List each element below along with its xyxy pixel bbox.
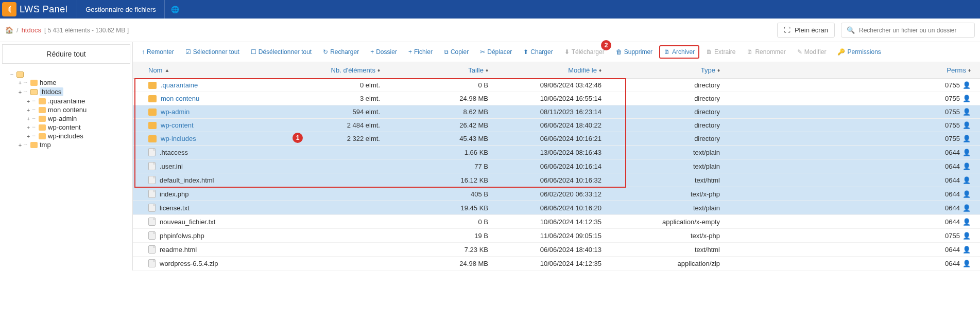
dossier-button[interactable]: +Dossier [366,45,402,59]
tree-toggle[interactable]: + [26,98,31,104]
col-header-size[interactable]: Taille♦ [380,66,488,74]
table-row[interactable]: wp-content2 484 elmt.26.42 MB06/06/2024 … [133,119,980,132]
tree-toggle[interactable]: − [9,71,14,78]
table-row[interactable]: mon contenu3 elmt.24.98 MB10/06/2024 16:… [133,92,980,105]
remonter-button[interactable]: ↑Remonter [137,45,179,59]
search-box[interactable]: 🔍 [841,23,975,38]
tree-toggle[interactable]: + [26,107,31,113]
tree-toggle[interactable]: + [26,124,31,131]
col-header-type[interactable]: Type♦ [601,66,720,74]
tree-node[interactable]: +┈wp-content [18,123,132,132]
item-modified: 11/06/2024 09:05:15 [488,232,601,240]
supprimer-button[interactable]: 🗑Supprimer [611,45,657,59]
item-name[interactable]: .htaccess [160,149,188,156]
item-name[interactable]: index.php [160,190,188,198]
item-name[interactable]: wp-admin [161,108,190,116]
item-elements: 594 elmt. [298,108,380,116]
tree-toggle[interactable]: + [18,89,23,95]
tree-node[interactable]: +┈wp-includes [18,132,132,140]
tree-label[interactable]: .quarantaine [48,97,85,105]
tree-label[interactable]: htdocs [40,87,63,96]
tree-label[interactable]: mon contenu [48,106,87,114]
table-row[interactable]: .htaccess1.66 KB13/06/2024 08:16:43text/… [133,146,980,159]
tree-node[interactable]: +┈mon contenu [18,105,132,114]
sélectionner-tout-button[interactable]: ☑Sélectionner tout [181,45,244,59]
archiver-button[interactable]: 🗎Archiver [659,45,699,59]
item-modified: 06/06/2024 18:40:13 [488,246,601,254]
tree-label[interactable]: tmp [40,141,51,149]
col-header-modified[interactable]: Modifié le♦ [488,66,601,74]
tree-label[interactable]: wp-content [48,123,81,131]
table-row[interactable]: index.php405 B06/02/2020 06:33:12text/x-… [133,187,980,201]
tree-node[interactable]: +┈tmp [18,140,132,149]
table-row[interactable]: license.txt19.45 KB06/06/2024 10:16:20te… [133,201,980,215]
table-row[interactable]: readme.html7.23 KB06/06/2024 18:40:13tex… [133,243,980,257]
tree-label[interactable]: home [40,79,57,86]
tree-node[interactable]: +┈htdocs [18,87,132,97]
toolbar-label: Archiver [672,48,695,56]
item-name[interactable]: .user.ini [160,162,183,170]
tree-toggle[interactable]: + [26,116,31,122]
toolbar-icon: ⬇ [564,48,570,56]
file-icon [148,148,156,156]
table-row[interactable]: wp-includes2 322 elmt.45.43 MB06/06/2024… [133,132,980,146]
item-name[interactable]: wp-content [161,121,194,129]
table-row[interactable]: phpinfolws.php19 B11/06/2024 09:05:15tex… [133,229,980,243]
permissions-button[interactable]: 🔑Permissions [833,45,885,59]
table-row[interactable]: .user.ini77 B06/06/2024 10:16:14text/pla… [133,159,980,173]
item-name[interactable]: wp-includes [161,135,196,142]
home-icon[interactable]: 🏠 [5,26,13,34]
col-header-perms[interactable]: Perms♦ [720,66,975,74]
col-header-elements[interactable]: Nb. d'éléments♦ [298,66,380,74]
item-elements: 2 322 elmt. [298,135,380,142]
toolbar-icon: 🔑 [837,48,845,56]
col-header-name[interactable]: Nom▲ [138,66,298,74]
tree-toggle[interactable]: + [18,142,23,148]
item-name[interactable]: mon contenu [161,95,199,102]
table-row[interactable]: wp-admin594 elmt.8.62 MB08/11/2023 16:23… [133,105,980,119]
désélectionner-tout-button[interactable]: ☐Désélectionner tout [246,45,316,59]
user-icon: 👤 [962,108,971,116]
item-size: 0 B [380,218,488,226]
charger-button[interactable]: ⬆Charger [519,45,557,59]
item-name[interactable]: readme.html [160,246,197,254]
fullscreen-button[interactable]: ⛶ Plein écran [777,23,835,38]
collapse-all-button[interactable]: Réduire tout [2,44,130,64]
item-name[interactable]: nouveau_fichier.txt [160,218,215,226]
fichier-button[interactable]: +Fichier [404,45,437,59]
toolbar-icon: + [370,48,374,56]
toolbar-label: Modifier [804,48,827,56]
folder-icon [30,80,38,86]
item-name[interactable]: .quarantaine [161,81,198,89]
item-name[interactable]: wordpress-6.5.4.zip [160,260,218,267]
tree-node[interactable]: +┈home [18,78,132,87]
user-icon: 👤 [962,204,971,212]
item-name[interactable]: default_index.html [160,176,214,184]
item-name[interactable]: license.txt [160,204,190,212]
item-perms: 0644👤 [720,260,975,267]
tree-node[interactable]: +┈.quarantaine [18,97,132,105]
item-size: 19 B [380,232,488,240]
table-row[interactable]: nouveau_fichier.txt0 B10/06/2024 14:12:3… [133,215,980,229]
copier-button[interactable]: ⧉Copier [439,45,473,59]
tree-label[interactable]: wp-admin [48,115,77,122]
language-button[interactable]: 🌐 [165,0,185,19]
item-type: directory [601,135,720,142]
table-row[interactable]: wordpress-6.5.4.zip24.98 MB10/06/2024 14… [133,257,980,270]
tree-toggle[interactable]: + [18,80,23,86]
header-title[interactable]: Gestionnaire de fichiers [77,0,165,19]
item-perms: 0644👤 [720,162,975,170]
table-row[interactable]: default_index.html16.12 KB06/06/2024 10:… [133,173,980,187]
tree-label[interactable]: wp-includes [48,132,83,140]
tree-toggle[interactable]: + [26,133,31,139]
toolbar-label: Désélectionner tout [259,48,312,56]
item-name[interactable]: phpinfolws.php [160,232,204,240]
table-row[interactable]: .quarantaine0 elmt.0 B09/06/2024 03:42:4… [133,79,980,92]
tree-node[interactable]: +┈wp-admin [18,114,132,123]
main: Réduire tout − +┈home+┈htdocs+┈.quaranta… [0,42,980,270]
déplacer-button[interactable]: ✂Déplacer [475,45,517,59]
tree-root[interactable]: − [9,71,132,78]
search-input[interactable] [859,27,969,34]
recharger-button[interactable]: ↻Recharger [318,45,364,59]
breadcrumb-current[interactable]: htdocs [22,26,41,34]
